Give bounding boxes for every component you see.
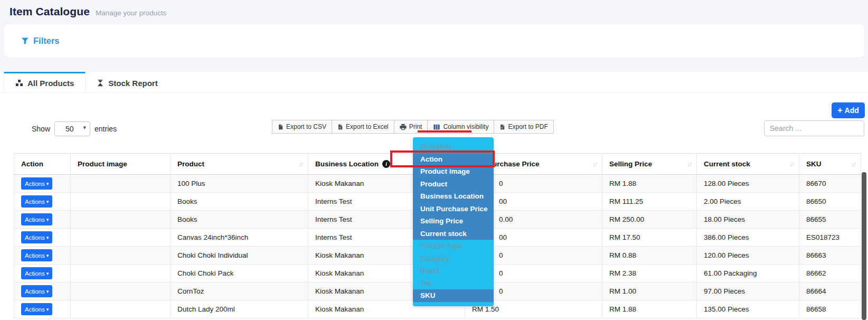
column-header-label: SKU xyxy=(806,160,822,168)
column-header-action: Action xyxy=(14,154,71,175)
column-header-product[interactable]: Product↓↑ xyxy=(171,154,308,175)
sort-icon: ↓↑ xyxy=(789,161,794,168)
export-csv-button[interactable]: Export to CSV xyxy=(272,120,332,134)
column-header-sku[interactable]: SKU↓↑ xyxy=(799,154,861,175)
actions-button-label: Actions xyxy=(25,181,45,187)
cell-stock: 18.00 Pieces xyxy=(697,211,799,229)
cell-image xyxy=(71,283,171,300)
search-wrap xyxy=(764,120,864,136)
caret-down-icon: ▾ xyxy=(46,217,49,222)
column-header-label: Product image xyxy=(78,160,127,168)
cell-image xyxy=(71,193,171,211)
page-title: Item Catalogue xyxy=(10,5,90,18)
colvis-item-product[interactable]: Product xyxy=(413,178,494,191)
cell-action: Actions▾ xyxy=(14,211,71,229)
search-input[interactable] xyxy=(764,120,864,136)
cell-action: Actions▾ xyxy=(14,300,71,318)
actions-button[interactable]: Actions▾ xyxy=(21,249,52,261)
tab-stock-report[interactable]: Stock Report xyxy=(86,72,168,92)
colvis-item-action[interactable]: Action xyxy=(413,153,494,166)
colvis-item-tax[interactable]: Tax xyxy=(413,277,494,290)
actions-button[interactable]: Actions▾ xyxy=(21,267,52,279)
vertical-scrollbar-thumb[interactable] xyxy=(862,172,866,320)
cell-image xyxy=(71,265,171,283)
caret-down-icon: ▾ xyxy=(46,199,49,204)
colvis-item-unit-purchase-price[interactable]: Unit Purchase Price xyxy=(413,203,494,215)
actions-button[interactable]: Actions▾ xyxy=(21,195,52,208)
colvis-item-checkbox[interactable]: Checkbox xyxy=(413,140,494,153)
column-header-current-stock[interactable]: Current stock↓↑ xyxy=(697,154,799,175)
colvis-item-selling-price[interactable]: Selling Price xyxy=(413,215,494,228)
caret-down-icon: ▾ xyxy=(46,253,49,258)
export-label: Print xyxy=(409,123,422,130)
cell-product: Books xyxy=(171,211,308,229)
colvis-item-category[interactable]: Category xyxy=(413,252,494,265)
cell-action: Actions▾ xyxy=(14,193,71,211)
cell-sku: 86650 xyxy=(799,193,861,211)
cell-action: Actions▾ xyxy=(14,175,71,193)
column-header-label: Action xyxy=(21,160,43,168)
actions-button-label: Actions xyxy=(25,288,45,295)
cell-product: CornToz xyxy=(171,283,308,300)
export-label: Export to CSV xyxy=(286,123,326,130)
actions-button[interactable]: Actions▾ xyxy=(21,213,52,225)
filters-panel[interactable]: Filters xyxy=(4,24,864,58)
actions-button[interactable]: Actions▾ xyxy=(21,231,52,243)
cell-sku: 86658 xyxy=(799,300,861,318)
cell-action: Actions▾ xyxy=(14,229,71,247)
cell-product: Books xyxy=(171,193,308,211)
cell-product: Choki Choki Pack xyxy=(171,265,308,283)
actions-button-label: Actions xyxy=(25,270,45,277)
cell-stock: 386.00 Pieces xyxy=(697,229,799,247)
cell-image xyxy=(71,300,171,318)
funnel-icon xyxy=(21,37,29,45)
add-button-label: Add xyxy=(845,106,859,115)
export-label: Export to PDF xyxy=(508,123,548,130)
colvis-item-brand[interactable]: Brand xyxy=(413,265,494,277)
export-button-group: Export to CSVExport to ExcelPrintColumn … xyxy=(272,120,554,134)
columns-icon xyxy=(433,124,440,130)
cell-image xyxy=(71,211,171,229)
add-button[interactable]: + Add xyxy=(832,102,865,118)
export-pdf-button[interactable]: Export to PDF xyxy=(494,120,553,134)
tab-all-products[interactable]: All Products xyxy=(4,72,86,92)
cell-product: 100 Plus xyxy=(171,175,308,193)
cell-product: Choki Choki Individual xyxy=(171,247,308,265)
colvis-item-product-image[interactable]: Product image xyxy=(413,165,494,178)
printer-icon xyxy=(400,124,407,130)
info-icon[interactable]: i xyxy=(382,160,390,168)
export-label: Export to Excel xyxy=(346,123,389,130)
cell-selling: RM 111.25 xyxy=(602,193,697,211)
cell-selling: RM 2.38 xyxy=(602,265,697,283)
show-label: Show xyxy=(32,125,50,133)
colvis-item-business-location[interactable]: Business Location xyxy=(413,190,494,203)
export-label: Column visibility xyxy=(443,123,488,130)
cell-selling: RM 0.88 xyxy=(602,247,697,265)
cubes-icon xyxy=(15,79,23,87)
export-excel-button[interactable]: Export to Excel xyxy=(332,120,394,134)
cell-stock: 128.00 Pieces xyxy=(697,175,799,193)
colvis-item-product-type[interactable]: Product Type xyxy=(413,240,494,252)
page-subtitle: Manage your products xyxy=(96,9,166,17)
cell-selling: RM 1.88 xyxy=(602,175,697,193)
caret-down-icon: ▾ xyxy=(46,235,49,240)
actions-button[interactable]: Actions▾ xyxy=(21,177,52,190)
print-button[interactable]: Print xyxy=(394,120,428,134)
sort-icon: ↓↑ xyxy=(298,161,303,168)
column-header-selling-price[interactable]: Selling Price↓↑ xyxy=(602,154,697,175)
cell-sku: 86664 xyxy=(799,283,861,300)
cell-stock: 97.00 Pieces xyxy=(697,283,799,300)
column-visibility-button[interactable]: Column visibility xyxy=(427,120,494,134)
colvis-item-current-stock[interactable]: Current stock xyxy=(413,228,494,240)
page-size-select[interactable]: 50 xyxy=(54,121,90,136)
sort-icon: ↓↑ xyxy=(592,161,597,168)
page-size-select-wrap: 50 xyxy=(54,121,90,136)
cell-sku: 86670 xyxy=(799,175,861,193)
column-header-product-image: Product image xyxy=(71,154,171,175)
tab-label: All Products xyxy=(27,79,74,88)
actions-button[interactable]: Actions▾ xyxy=(21,303,52,315)
caret-down-icon: ▾ xyxy=(46,307,49,312)
page-header: Item Catalogue Manage your products xyxy=(10,5,166,18)
actions-button[interactable]: Actions▾ xyxy=(21,285,52,297)
colvis-item-sku[interactable]: SKU xyxy=(413,289,494,302)
